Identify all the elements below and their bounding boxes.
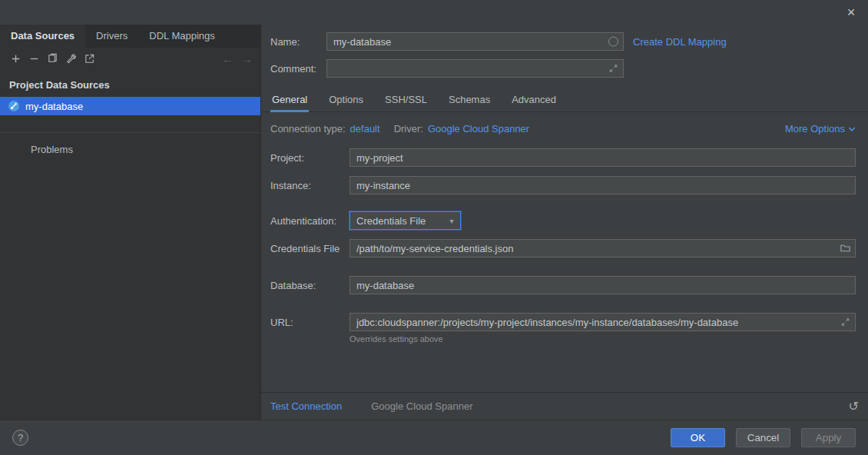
project-data-sources-title: Project Data Sources xyxy=(0,69,260,97)
add-icon[interactable] xyxy=(6,50,25,67)
comment-label: Comment: xyxy=(270,63,326,75)
footer-driver-name: Google Cloud Spanner xyxy=(371,400,472,412)
edit-icon[interactable] xyxy=(61,50,80,67)
settings-tabs: General Options SSH/SSL Schemas Advanced xyxy=(261,89,868,112)
comment-input[interactable] xyxy=(327,60,623,77)
database-field-wrap xyxy=(350,276,856,294)
connection-form: Project: Instance: Authentication: Crede… xyxy=(261,135,868,344)
problems-item[interactable]: Problems xyxy=(0,133,260,155)
authentication-select[interactable]: Credentials File ▾ xyxy=(350,211,461,230)
tab-ddl-mappings[interactable]: DDL Mappings xyxy=(138,25,226,48)
loading-circle-icon xyxy=(608,37,618,47)
instance-label: Instance: xyxy=(270,180,350,191)
connection-type-value[interactable]: default xyxy=(350,123,380,135)
back-icon[interactable]: ← xyxy=(222,52,234,65)
url-field-wrap xyxy=(350,313,856,331)
data-sources-dialog: × Data Sources Drivers DDL Mappings xyxy=(0,0,868,455)
open-in-new-icon[interactable] xyxy=(80,50,98,67)
url-label: URL: xyxy=(270,317,350,328)
cancel-button[interactable]: Cancel xyxy=(736,428,790,447)
project-input[interactable] xyxy=(350,149,855,166)
title-bar: × xyxy=(0,0,868,25)
close-icon[interactable]: × xyxy=(842,3,860,22)
forward-icon[interactable]: → xyxy=(241,52,253,65)
dialog-footer: ? OK Cancel Apply xyxy=(0,420,868,455)
sidebar-item-my-database[interactable]: my-database xyxy=(0,97,260,115)
credentials-file-label: Credentials File xyxy=(270,243,350,254)
spanner-datasource-icon xyxy=(8,100,20,112)
comment-field-wrap xyxy=(326,59,624,78)
name-label: Name: xyxy=(270,36,326,48)
instance-input[interactable] xyxy=(350,177,855,194)
project-field-wrap xyxy=(350,148,856,167)
name-input[interactable] xyxy=(327,33,623,50)
tab-schemas[interactable]: Schemas xyxy=(447,89,492,111)
database-input[interactable] xyxy=(350,277,855,294)
database-label: Database: xyxy=(270,280,350,291)
help-icon[interactable]: ? xyxy=(12,430,28,446)
expand-icon[interactable] xyxy=(608,64,618,74)
tab-ssh-ssl[interactable]: SSH/SSL xyxy=(383,89,429,111)
test-connection-link[interactable]: Test Connection xyxy=(270,400,342,412)
tab-advanced[interactable]: Advanced xyxy=(510,89,558,111)
driver-label: Driver: xyxy=(394,123,423,135)
credentials-field-wrap xyxy=(350,239,856,257)
authentication-value: Credentials File xyxy=(356,215,426,227)
credentials-file-input[interactable] xyxy=(350,240,855,257)
authentication-label: Authentication: xyxy=(270,215,350,227)
chevron-down-icon xyxy=(848,125,856,133)
sidebar: Data Sources Drivers DDL Mappings xyxy=(0,25,261,420)
apply-button[interactable]: Apply xyxy=(801,428,856,447)
sidebar-tabs: Data Sources Drivers DDL Mappings xyxy=(0,25,260,48)
more-options-label: More Options xyxy=(785,123,845,135)
remove-icon[interactable] xyxy=(25,50,43,67)
sidebar-toolbar: ← → xyxy=(0,48,260,69)
url-override-hint: Overrides settings above xyxy=(350,334,856,344)
dropdown-arrow-icon: ▾ xyxy=(443,217,460,225)
test-connection-row: Test Connection Google Cloud Spanner ↺ xyxy=(261,392,868,420)
project-label: Project: xyxy=(270,152,350,164)
connection-info-row: Connection type: default Driver: Google … xyxy=(261,112,868,135)
name-field-wrap xyxy=(326,32,624,51)
instance-field-wrap xyxy=(350,176,856,194)
tab-data-sources[interactable]: Data Sources xyxy=(0,25,85,48)
copy-icon[interactable] xyxy=(43,50,61,67)
revert-icon[interactable]: ↺ xyxy=(849,399,859,413)
url-input[interactable] xyxy=(350,314,855,330)
main-panel: Name: Create DDL Mapping Comment: xyxy=(261,25,868,420)
datasource-label: my-database xyxy=(25,101,83,112)
driver-value-link[interactable]: Google Cloud Spanner xyxy=(428,123,529,135)
ok-button[interactable]: OK xyxy=(671,428,725,447)
tab-options[interactable]: Options xyxy=(327,89,365,111)
folder-icon[interactable] xyxy=(840,244,850,254)
create-ddl-mapping-link[interactable]: Create DDL Mapping xyxy=(633,36,727,48)
connection-type-label: Connection type: xyxy=(270,123,346,135)
tab-general[interactable]: General xyxy=(270,89,309,111)
tab-drivers[interactable]: Drivers xyxy=(85,25,138,48)
more-options-link[interactable]: More Options xyxy=(785,123,856,135)
expand-icon[interactable] xyxy=(840,317,850,327)
